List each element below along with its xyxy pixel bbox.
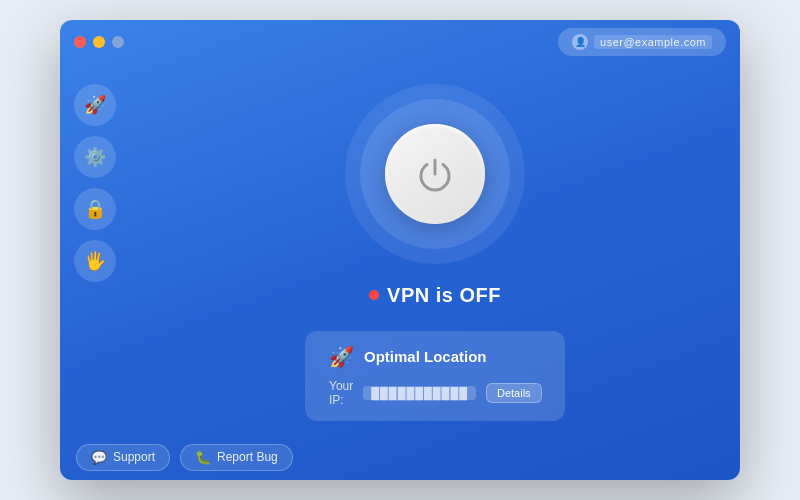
status-dot <box>369 290 379 300</box>
settings-icon: ⚙️ <box>84 146 106 168</box>
details-button[interactable]: Details <box>486 383 542 403</box>
sidebar: 🚀 ⚙️ 🔒 🖐️ <box>60 64 130 480</box>
ip-value: ███████████ <box>363 386 476 400</box>
bottom-bar: 💬 Support 🐛 Report Bug <box>60 434 740 480</box>
location-name: Optimal Location <box>364 348 487 365</box>
user-icon: 👤 <box>572 34 588 50</box>
power-area <box>345 84 525 264</box>
report-bug-button[interactable]: 🐛 Report Bug <box>180 444 293 471</box>
location-header: 🚀 Optimal Location <box>329 345 541 369</box>
vpn-status: VPN is OFF <box>369 284 501 307</box>
user-email: user@example.com <box>594 35 712 49</box>
hand-icon: 🖐️ <box>84 250 106 272</box>
power-ring-mid <box>360 99 510 249</box>
sidebar-item-quick-connect[interactable]: 🚀 <box>74 84 116 126</box>
vpn-status-text: VPN is OFF <box>387 284 501 307</box>
location-card: 🚀 Optimal Location Your IP: ███████████ … <box>305 331 565 421</box>
app-window: 👤 user@example.com 🚀 ⚙️ 🔒 🖐️ <box>60 20 740 480</box>
close-button[interactable] <box>74 36 86 48</box>
sidebar-item-block[interactable]: 🖐️ <box>74 240 116 282</box>
titlebar: 👤 user@example.com <box>60 20 740 64</box>
power-button[interactable] <box>385 124 485 224</box>
report-bug-label: Report Bug <box>217 450 278 464</box>
bug-icon: 🐛 <box>195 450 211 465</box>
sidebar-item-settings[interactable]: ⚙️ <box>74 136 116 178</box>
lock-icon: 🔒 <box>84 198 106 220</box>
main-content: VPN is OFF 🚀 Optimal Location Your IP: █… <box>130 64 740 480</box>
location-icon: 🚀 <box>329 345 354 369</box>
sidebar-item-security[interactable]: 🔒 <box>74 188 116 230</box>
minimize-button[interactable] <box>93 36 105 48</box>
power-ring-outer <box>345 84 525 264</box>
ip-label: Your IP: <box>329 379 353 407</box>
rocket-icon: 🚀 <box>84 94 106 116</box>
power-icon <box>413 152 457 196</box>
location-ip: Your IP: ███████████ Details <box>329 379 541 407</box>
maximize-button[interactable] <box>112 36 124 48</box>
user-account-button[interactable]: 👤 user@example.com <box>558 28 726 56</box>
window-controls <box>74 36 124 48</box>
